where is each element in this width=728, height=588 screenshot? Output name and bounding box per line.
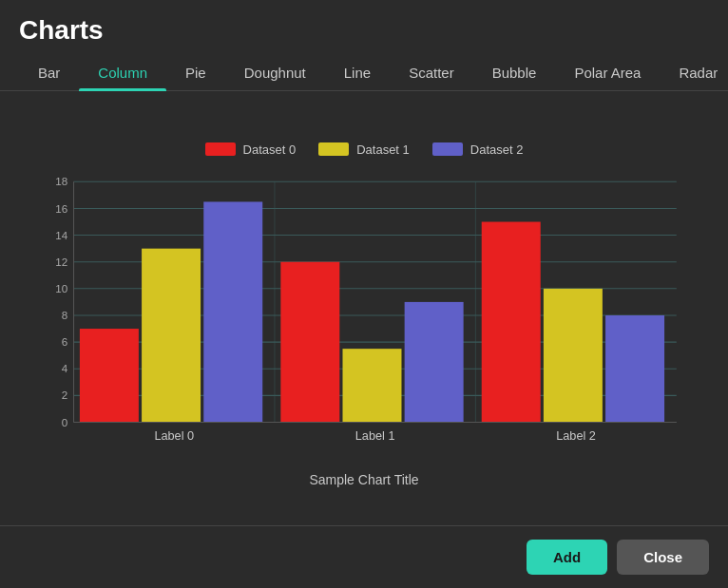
svg-text:Label 1: Label 1 xyxy=(355,429,395,443)
page-title: Charts xyxy=(19,15,709,46)
tab-scatter[interactable]: Scatter xyxy=(390,55,473,90)
chart-legend: Dataset 0Dataset 1Dataset 2 xyxy=(31,142,697,157)
legend-item-2: Dataset 2 xyxy=(432,142,524,157)
tabs-bar: BarColumnPieDoughnutLineScatterBubblePol… xyxy=(0,55,728,91)
tab-radar[interactable]: Radar xyxy=(660,55,728,90)
svg-text:Label 0: Label 0 xyxy=(154,429,194,443)
svg-text:2: 2 xyxy=(62,389,67,401)
chart-svg-wrapper: 024681012141618Label 0Label 1Label 2 xyxy=(31,172,697,466)
header: Charts xyxy=(0,0,728,55)
chart-container: Dataset 0Dataset 1Dataset 2 024681012141… xyxy=(31,142,697,494)
page: Charts BarColumnPieDoughnutLineScatterBu… xyxy=(0,0,728,588)
svg-text:12: 12 xyxy=(55,256,67,267)
bar-g0-d2 xyxy=(203,201,262,422)
legend-color-1 xyxy=(318,142,349,156)
tab-bubble[interactable]: Bubble xyxy=(473,55,556,90)
bar-g0-d1 xyxy=(142,248,201,422)
bar-g1-d0 xyxy=(280,261,339,422)
svg-text:16: 16 xyxy=(55,202,67,214)
svg-text:18: 18 xyxy=(55,176,67,187)
chart-title: Sample Chart Title xyxy=(31,472,697,487)
tab-pie[interactable]: Pie xyxy=(166,55,225,90)
svg-text:0: 0 xyxy=(62,416,67,427)
legend-label-0: Dataset 0 xyxy=(243,142,297,157)
legend-label-2: Dataset 2 xyxy=(470,142,524,157)
svg-text:6: 6 xyxy=(62,336,67,348)
legend-color-0 xyxy=(205,142,236,156)
bar-g2-d0 xyxy=(482,221,541,422)
tab-doughnut[interactable]: Doughnut xyxy=(225,55,325,90)
svg-text:14: 14 xyxy=(55,229,68,240)
legend-label-1: Dataset 1 xyxy=(356,142,410,157)
svg-text:10: 10 xyxy=(55,283,67,294)
svg-text:8: 8 xyxy=(62,310,67,321)
tab-line[interactable]: Line xyxy=(325,55,390,90)
legend-item-1: Dataset 1 xyxy=(318,142,410,157)
tab-polar-area[interactable]: Polar Area xyxy=(555,55,660,90)
tab-column[interactable]: Column xyxy=(79,55,166,90)
bar-g2-d2 xyxy=(605,314,664,422)
chart-svg: 024681012141618Label 0Label 1Label 2 xyxy=(31,172,697,466)
bar-g1-d2 xyxy=(405,301,464,422)
bar-g2-d1 xyxy=(544,288,603,422)
bar-g1-d1 xyxy=(342,349,401,422)
svg-text:4: 4 xyxy=(62,363,68,374)
svg-text:Label 2: Label 2 xyxy=(556,429,596,443)
add-button[interactable]: Add xyxy=(527,540,607,575)
bar-g0-d0 xyxy=(80,329,139,422)
close-button[interactable]: Close xyxy=(617,540,709,575)
footer: Add Close xyxy=(0,525,728,588)
chart-area: Dataset 0Dataset 1Dataset 2 024681012141… xyxy=(0,91,728,525)
legend-item-0: Dataset 0 xyxy=(205,142,297,157)
legend-color-2 xyxy=(432,142,463,156)
tab-bar[interactable]: Bar xyxy=(19,55,79,90)
